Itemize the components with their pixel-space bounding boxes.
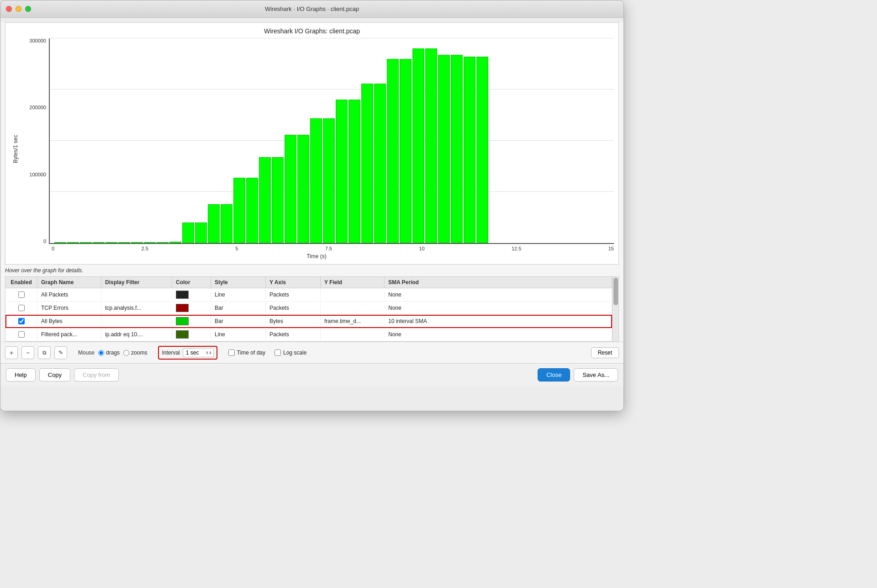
row1-name: All Packets xyxy=(37,289,101,300)
log-scale-checkbox[interactable] xyxy=(275,350,281,356)
row3-checkbox[interactable] xyxy=(18,318,25,324)
scrollbar-thumb[interactable] xyxy=(613,278,618,305)
row1-sma: None xyxy=(385,289,612,300)
edit-graph-button[interactable]: ✎ xyxy=(54,346,67,359)
controls-bar: + − ⧉ ✎ Mouse drags zooms Interval 10 ms… xyxy=(0,342,623,363)
x-tick-0: 0 xyxy=(52,246,54,251)
chart-bar xyxy=(349,100,360,243)
chart-bar xyxy=(144,242,156,243)
row4-color[interactable] xyxy=(172,328,211,341)
row2-sma: None xyxy=(385,302,612,313)
remove-graph-button[interactable]: − xyxy=(21,346,34,359)
interval-select[interactable]: 10 ms 100 ms 1 sec 10 sec 1 min xyxy=(183,348,214,357)
interval-select-wrapper[interactable]: 10 ms 100 ms 1 sec 10 sec 1 min xyxy=(183,348,214,357)
interval-label: Interval xyxy=(162,350,180,356)
chart-bar xyxy=(118,242,130,243)
chart-bar xyxy=(208,204,220,243)
chart-bar xyxy=(297,135,309,243)
interval-section: Interval 10 ms 100 ms 1 sec 10 sec 1 min xyxy=(158,346,217,360)
bars-container xyxy=(50,38,614,243)
x-tick-5: 5 xyxy=(235,246,238,251)
row2-enabled[interactable] xyxy=(5,302,37,313)
chart-bar xyxy=(285,135,296,243)
chart-bar xyxy=(412,48,424,243)
y-tick-100k: 100000 xyxy=(29,172,46,177)
chart-plot[interactable] xyxy=(49,38,614,244)
th-sma: SMA Period xyxy=(385,277,612,288)
log-scale-label: Log scale xyxy=(283,350,306,356)
chart-bar xyxy=(476,57,488,243)
row3-enabled[interactable] xyxy=(5,316,37,327)
table-row[interactable]: All Packets Line Packets None xyxy=(5,288,612,302)
copy-button[interactable]: Copy xyxy=(39,368,70,381)
close-window-button[interactable] xyxy=(6,6,12,12)
main-content: Wireshark I/O Graphs: client.pcap Bytes/… xyxy=(0,22,623,386)
chart-bar xyxy=(438,55,450,243)
row1-yaxis: Packets xyxy=(266,289,321,300)
row4-color-swatch[interactable] xyxy=(176,330,189,339)
row3-color-swatch[interactable] xyxy=(176,317,189,325)
row1-enabled[interactable] xyxy=(5,289,37,300)
maximize-window-button[interactable] xyxy=(25,6,31,12)
th-yfield: Y Field xyxy=(321,277,385,288)
chart-bar xyxy=(106,242,117,243)
table-with-scroll: Enabled Graph Name Display Filter Color … xyxy=(5,277,618,341)
chart-bar xyxy=(451,55,463,243)
chart-bar xyxy=(246,178,258,243)
row4-style: Line xyxy=(211,329,266,340)
window-title: Wireshark · I/O Graphs · client.pcap xyxy=(265,5,359,12)
row2-yaxis: Packets xyxy=(266,302,321,313)
row2-color-swatch[interactable] xyxy=(176,304,189,312)
row4-sma: None xyxy=(385,329,612,340)
x-axis-label: Time (s) xyxy=(19,253,614,260)
drags-option[interactable]: drags xyxy=(98,350,120,356)
table-content: Enabled Graph Name Display Filter Color … xyxy=(5,277,612,341)
row4-yaxis: Packets xyxy=(266,329,321,340)
drags-radio[interactable] xyxy=(98,350,104,356)
add-graph-button[interactable]: + xyxy=(5,346,18,359)
row2-color[interactable] xyxy=(172,302,211,314)
copy-from-button[interactable]: Copy from xyxy=(74,368,119,381)
time-of-day-option[interactable]: Time of day xyxy=(228,350,265,356)
save-as-button[interactable]: Save As... xyxy=(574,368,618,381)
zooms-option[interactable]: zooms xyxy=(123,350,147,356)
chart-bar xyxy=(182,222,194,243)
time-of-day-checkbox[interactable] xyxy=(228,350,235,356)
row3-color[interactable] xyxy=(172,315,211,328)
y-tick-200k: 200000 xyxy=(29,105,46,110)
chart-bar xyxy=(425,48,437,243)
row2-checkbox[interactable] xyxy=(18,305,25,311)
x-tick-75: 7.5 xyxy=(325,246,332,251)
y-axis-label: Bytes/1 sec xyxy=(10,38,19,260)
reset-button[interactable]: Reset xyxy=(591,347,619,358)
scrollbar-track[interactable] xyxy=(612,277,618,341)
row3-sma: 10 interval SMA xyxy=(385,316,612,327)
row4-checkbox[interactable] xyxy=(18,331,25,338)
row4-yfield xyxy=(321,332,385,337)
row1-color-swatch[interactable] xyxy=(176,291,189,299)
zooms-radio[interactable] xyxy=(123,350,129,356)
row4-enabled[interactable] xyxy=(5,329,37,340)
chart-bar xyxy=(131,242,143,243)
graph-table: Enabled Graph Name Display Filter Color … xyxy=(5,276,619,342)
chart-inner: 0 100000 200000 300000 xyxy=(19,38,614,244)
copy-graph-button[interactable]: ⧉ xyxy=(38,346,51,359)
y-ticks: 0 100000 200000 300000 xyxy=(19,38,49,244)
minimize-window-button[interactable] xyxy=(16,6,21,12)
row2-yfield xyxy=(321,306,385,310)
chart-bar xyxy=(336,100,348,243)
close-button[interactable]: Close xyxy=(538,368,570,381)
chart-bar xyxy=(221,204,232,243)
log-scale-option[interactable]: Log scale xyxy=(275,350,306,356)
chart-bar xyxy=(93,242,105,243)
table-row[interactable]: Filtered pack... ip.addr eq 10.... Line … xyxy=(5,328,612,341)
table-row-selected[interactable]: All Bytes Bar Bytes frame.time_d... 10 i… xyxy=(5,315,612,328)
table-row[interactable]: TCP Errors tcp.analysis.f... Bar Packets… xyxy=(5,302,612,315)
row1-checkbox[interactable] xyxy=(18,291,25,298)
help-button[interactable]: Help xyxy=(6,368,36,381)
chart-bar xyxy=(157,242,169,243)
row1-color[interactable] xyxy=(172,288,211,301)
chart-bar xyxy=(195,222,207,243)
x-tick-10: 10 xyxy=(419,246,424,251)
row3-yfield: frame.time_d... xyxy=(321,316,385,327)
